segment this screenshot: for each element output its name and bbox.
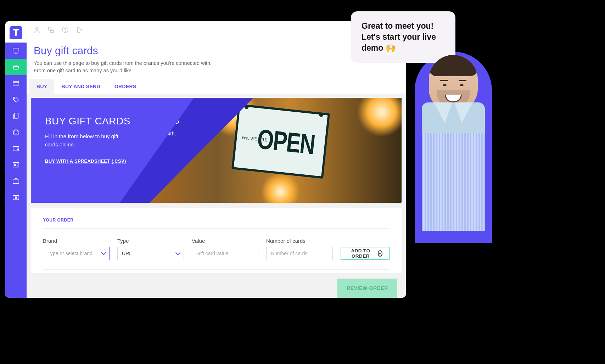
value-input[interactable] xyxy=(192,247,258,260)
field-number: Number of cards xyxy=(266,238,333,260)
hero-subtitle: Fill in the from below to buy gift cards… xyxy=(45,133,123,149)
svg-rect-9 xyxy=(13,196,19,200)
tabs: BUY BUY AND SEND ORDERS xyxy=(27,79,406,94)
brand-label: Brand xyxy=(43,238,110,244)
basket-icon xyxy=(12,63,20,71)
sidebar-item-briefcase[interactable] xyxy=(5,173,27,189)
sidebar-item-archive[interactable] xyxy=(5,189,27,206)
sidebar xyxy=(5,21,27,298)
page-description: You can use this page to buy gift cards … xyxy=(34,60,218,74)
svg-rect-1 xyxy=(13,82,19,85)
monitor-icon xyxy=(12,47,20,55)
open-sign: Yes, WE ARE OPEN xyxy=(231,104,330,179)
main: Buy gift cards You can use this page to … xyxy=(27,21,406,298)
field-brand: Brand Type or select brand xyxy=(43,238,110,260)
chat-icon[interactable] xyxy=(47,26,55,34)
id-card-icon xyxy=(12,161,20,169)
wallet-icon xyxy=(12,145,20,152)
document-stack-icon xyxy=(12,112,20,120)
topbar xyxy=(27,21,406,38)
avatar-collar xyxy=(422,102,485,133)
user-icon[interactable] xyxy=(33,26,41,34)
svg-point-2 xyxy=(14,98,15,99)
number-label: Number of cards xyxy=(266,238,333,244)
open-sign-big-text: OPEN xyxy=(256,123,316,161)
sidebar-item-wallet[interactable] xyxy=(5,140,27,157)
sidebar-item-docs[interactable] xyxy=(5,108,27,124)
footer-black-block xyxy=(407,254,605,364)
field-value: Value xyxy=(192,238,258,260)
svg-rect-4 xyxy=(13,147,19,151)
order-card: YOUR ORDER Brand Type or select brand Ty… xyxy=(31,208,402,273)
logout-icon[interactable] xyxy=(75,26,83,34)
number-input[interactable] xyxy=(266,247,333,260)
svg-point-11 xyxy=(35,27,38,29)
your-order-label: YOUR ORDER xyxy=(43,218,390,228)
logo[interactable] xyxy=(5,21,27,43)
hero-banner: Yes, WE ARE OPEN ANDS ade with. BUY GIFT… xyxy=(31,98,402,203)
demo-bubble-text: Great to meet you! Let's start your live… xyxy=(362,21,436,52)
sidebar-item-bank[interactable] xyxy=(5,124,27,140)
svg-rect-0 xyxy=(13,48,19,52)
tab-buy[interactable]: BUY xyxy=(29,79,54,94)
value-label: Value xyxy=(192,238,258,244)
svg-rect-8 xyxy=(13,180,19,183)
lock-card-icon xyxy=(12,194,20,201)
brand-select[interactable]: Type or select brand xyxy=(43,247,110,260)
sidebar-item-tags[interactable] xyxy=(5,91,27,108)
tab-buy-and-send[interactable]: BUY AND SEND xyxy=(54,79,107,94)
page-title: Buy gift cards xyxy=(34,45,398,57)
demo-avatar xyxy=(422,55,485,231)
sidebar-item-buy[interactable] xyxy=(5,59,27,75)
add-to-order-label: ADD TO ORDER xyxy=(348,248,374,259)
tab-orders[interactable]: ORDERS xyxy=(107,79,144,94)
briefcase-icon xyxy=(12,177,20,185)
help-icon[interactable] xyxy=(61,26,69,34)
add-to-order-button[interactable]: ADD TO ORDER + xyxy=(341,247,390,260)
page-header: Buy gift cards You can use this page to … xyxy=(27,38,406,79)
svg-rect-6 xyxy=(13,163,19,167)
sidebar-item-dashboard[interactable] xyxy=(5,43,27,59)
sidebar-item-contacts[interactable] xyxy=(5,157,27,173)
order-row: Brand Type or select brand Type URL xyxy=(43,229,390,270)
type-label: Type xyxy=(117,238,184,244)
svg-point-7 xyxy=(14,164,16,165)
field-type: Type URL xyxy=(117,238,184,260)
tag-icon xyxy=(12,96,20,103)
buy-with-csv-link[interactable]: BUY WITH A SPREADSHEET (.CSV) xyxy=(45,158,126,164)
content: Yes, WE ARE OPEN ANDS ade with. BUY GIFT… xyxy=(27,94,406,298)
svg-point-13 xyxy=(65,31,65,31)
plus-circle-icon: + xyxy=(378,250,382,257)
avatar-stripes xyxy=(422,131,485,231)
review-order-button[interactable]: REVIEW ORDER xyxy=(337,279,397,298)
bank-icon xyxy=(12,128,20,136)
sidebar-item-cards[interactable] xyxy=(5,75,27,91)
app-window: Buy gift cards You can use this page to … xyxy=(5,21,406,298)
type-select[interactable]: URL xyxy=(117,247,184,260)
svg-rect-3 xyxy=(14,113,18,118)
svg-rect-10 xyxy=(15,197,17,199)
credit-card-icon xyxy=(12,79,20,87)
review-bar: REVIEW ORDER xyxy=(337,279,397,298)
svg-rect-5 xyxy=(17,148,19,150)
